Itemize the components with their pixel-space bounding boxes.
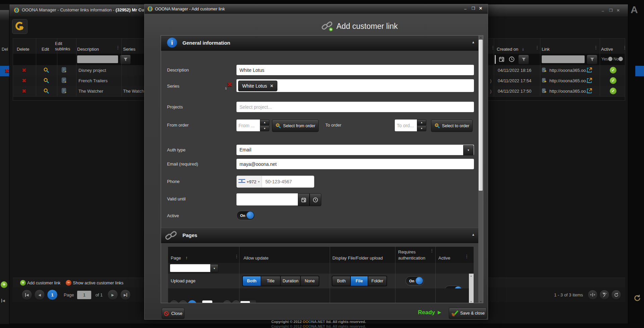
sort-desc-icon[interactable]: ↓ (522, 46, 524, 51)
grid-active-column-menu-icon[interactable]: ⋮ (465, 255, 469, 258)
date-picker-icon[interactable] (298, 193, 310, 206)
hidden-column-menu-icon[interactable]: ⋮ (491, 46, 495, 49)
pages-header[interactable]: Pages ▲ (161, 228, 483, 243)
from-order-spinner[interactable]: ▲ ▼ (260, 120, 269, 131)
minimize-button[interactable]: – (602, 9, 604, 13)
spin-down-icon[interactable]: ▼ (417, 126, 426, 131)
active-column-menu-icon[interactable]: ⋮ (623, 46, 627, 49)
to-order-input[interactable] (395, 120, 417, 131)
clear-filters-button[interactable] (599, 290, 609, 300)
series-tag[interactable]: White Lotus ✕ (238, 81, 277, 91)
allow-update-option-both[interactable]: Both (243, 276, 261, 286)
dialog-close-button[interactable]: ✕ (479, 6, 482, 10)
select-to-order-button[interactable]: Select to order (431, 120, 473, 132)
active-toggle[interactable]: On (236, 211, 255, 220)
prev-page-button[interactable]: ◀ (34, 289, 45, 300)
delete-row-icon[interactable]: ✖ (22, 88, 26, 94)
maximize-button[interactable]: ❒ (609, 8, 613, 12)
leftmost-first-page-icon[interactable]: ◀ (1, 299, 5, 302)
save-and-close-button[interactable]: Save & close (449, 308, 487, 319)
spin-up-icon[interactable]: ▲ (417, 120, 426, 125)
link-filter-button[interactable] (587, 55, 597, 64)
dialog-close-footer-button[interactable]: Close (162, 308, 184, 319)
grid-page-input[interactable] (202, 300, 212, 303)
dialog-scrollbar-thumb[interactable] (479, 40, 483, 191)
open-link-icon[interactable] (586, 77, 593, 85)
page-filter-select[interactable]: ▼ (170, 264, 218, 273)
fit-columns-button[interactable] (588, 290, 598, 300)
from-order-input[interactable] (236, 120, 260, 131)
select-from-order-button[interactable]: Select from order (272, 120, 319, 132)
link-copy-icon[interactable] (541, 88, 547, 95)
created-on-column-menu-icon[interactable]: ⋮ (535, 46, 539, 49)
col-header-page[interactable]: Page (171, 255, 181, 261)
col-header-edit[interactable]: Edit (42, 47, 49, 52)
open-link-icon[interactable] (586, 88, 593, 96)
description-filter-input[interactable] (77, 55, 118, 63)
edit-sublinks-icon[interactable] (61, 77, 67, 85)
collapse-chevron-icon[interactable]: ▲ (472, 233, 475, 236)
grid-per-page-select[interactable] (240, 300, 256, 303)
col-header-series[interactable]: Series (123, 47, 136, 52)
spin-down-icon[interactable]: ▼ (260, 126, 269, 131)
outer-refresh-icon[interactable] (633, 294, 641, 303)
next-page-button[interactable]: ▶ (107, 289, 118, 300)
active-no-radio[interactable]: No (613, 57, 623, 61)
to-order-spinner[interactable]: ▲ ▼ (417, 120, 426, 131)
show-active-links-button[interactable]: − Show active customer links (66, 280, 123, 286)
edit-row-icon[interactable] (43, 88, 49, 95)
leftmost-selected-row[interactable]: ✖ (0, 66, 9, 76)
created-date-filter-icon[interactable] (498, 56, 505, 64)
page-column-menu-icon[interactable]: ⋮ (234, 255, 239, 258)
edit-sublinks-icon[interactable] (61, 67, 67, 75)
created-time-filter-icon[interactable] (508, 56, 515, 64)
col-header-created-on[interactable]: Created on (497, 47, 518, 52)
spin-up-icon[interactable]: ▲ (260, 120, 269, 125)
close-button[interactable]: ✕ (616, 8, 620, 12)
phone-number-input[interactable] (262, 179, 314, 184)
col-header-link[interactable]: Link (542, 47, 550, 52)
allow-update-option-duration[interactable]: Duration (281, 276, 300, 286)
auth-type-select[interactable]: Email ▼ (236, 145, 474, 155)
edit-row-icon[interactable] (43, 67, 49, 75)
requires-auth-column-menu-icon[interactable]: ⋮ (430, 249, 434, 252)
link-cell[interactable]: http://ooona365.oo... (549, 68, 589, 73)
delete-icon[interactable]: ✖ (5, 68, 9, 74)
projects-input[interactable] (236, 102, 474, 112)
page-filter-dropdown-icon[interactable]: ▼ (210, 264, 218, 273)
collapse-chevron-icon[interactable]: ▲ (472, 40, 475, 44)
sort-asc-icon[interactable]: ↑ (185, 255, 188, 260)
link-cell[interactable]: http://ooona365.oo... (549, 89, 589, 94)
created-filter-button[interactable] (518, 55, 529, 64)
delete-row-icon[interactable]: ✖ (22, 67, 26, 74)
display-upload-option-file[interactable]: File (351, 276, 368, 286)
edit-sublinks-icon[interactable] (61, 88, 67, 95)
last-page-button[interactable]: ▶ (120, 289, 131, 300)
display-upload-option-folder[interactable]: Folder (368, 276, 386, 286)
tag-remove-icon[interactable]: ✕ (270, 84, 273, 88)
display-upload-option-both[interactable]: Both (332, 276, 350, 286)
dialog-maximize-button[interactable]: ❒ (472, 6, 475, 10)
dialog-scrollbar-track[interactable]: ▲ ▼ (478, 36, 483, 303)
first-page-button[interactable]: ◀ (21, 289, 32, 300)
col-header-description[interactable]: Description (77, 47, 99, 52)
page-input[interactable] (77, 291, 91, 299)
refresh-button[interactable] (611, 290, 621, 300)
col-header-requires-auth[interactable]: Requires authentication (398, 249, 429, 261)
col-header-active[interactable]: Active (601, 47, 613, 52)
series-input[interactable]: White Lotus ✕ (236, 79, 474, 92)
col-header-edit-sublinks[interactable]: Edit sublinks (55, 41, 73, 53)
link-filter-input[interactable] (542, 55, 585, 63)
requires-auth-toggle[interactable]: On (406, 276, 424, 286)
open-link-icon[interactable] (586, 67, 593, 75)
pages-grid-row[interactable]: Upload page Both Title Duration None Bot… (168, 274, 474, 289)
description-input[interactable] (236, 65, 474, 75)
email-input[interactable] (236, 159, 474, 169)
edit-row-icon[interactable] (43, 78, 49, 85)
delete-row-icon[interactable]: ✖ (22, 78, 26, 84)
grid-prev-page-button[interactable] (178, 300, 188, 303)
link-column-menu-icon[interactable]: ⋮ (594, 46, 598, 49)
active-yes-radio[interactable]: Yes (601, 57, 612, 61)
dialog-minimize-button[interactable]: – (464, 7, 467, 11)
grid-next-page-button[interactable] (222, 300, 232, 303)
